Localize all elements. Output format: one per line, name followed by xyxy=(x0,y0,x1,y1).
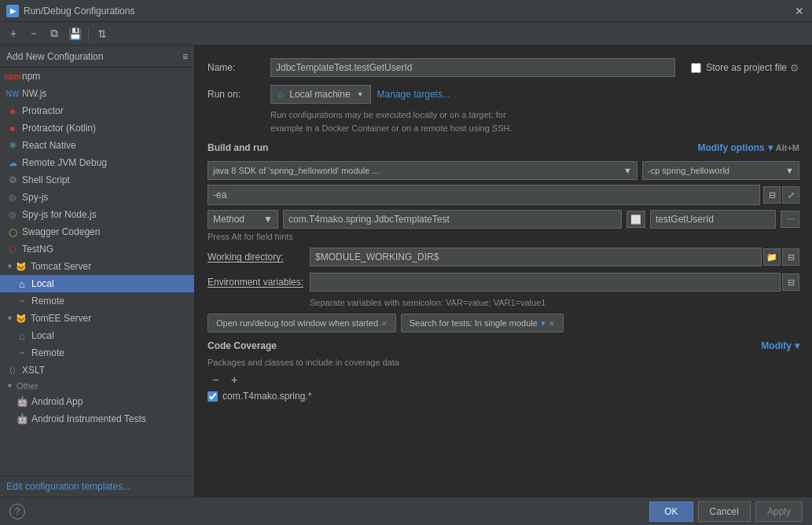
coverage-modify-caret: ▾ xyxy=(795,340,799,351)
coverage-minus-btn[interactable]: − xyxy=(208,372,223,387)
sidebar-item-npm[interactable]: npm npm xyxy=(0,68,194,85)
cp-dropdown[interactable]: -cp spring_helloworld ▼ xyxy=(642,161,799,180)
edit-templates-link[interactable]: Edit configuration templates... xyxy=(0,475,194,497)
react-icon: ⚛ xyxy=(6,139,19,152)
store-checkbox[interactable] xyxy=(691,63,701,73)
sidebar-list: npm npm NW NW.js ● Protractor ● Protract… xyxy=(0,68,194,475)
run-on-info: Run configurations may be executed local… xyxy=(208,108,799,134)
sidebar-item-android-app[interactable]: 🤖 Android App xyxy=(0,393,194,410)
sdk-row: java 8 SDK of 'spring_helloworld' module… xyxy=(208,161,799,180)
sidebar-item-tomcat[interactable]: ▼ 🐱 Tomcat Server xyxy=(0,258,194,275)
env-vars-expand[interactable]: ⊟ xyxy=(782,274,799,291)
xslt-icon: ⟨⟩ xyxy=(6,364,19,376)
tags-row: Open run/debug tool window when started … xyxy=(208,314,799,332)
coverage-plus-btn[interactable]: + xyxy=(226,372,242,387)
copy-config-button[interactable]: ⧉ xyxy=(45,24,64,43)
sidebar-item-protractor[interactable]: ● Protractor xyxy=(0,102,194,119)
sidebar-item-tomee-local[interactable]: ⌂ Local xyxy=(0,327,194,344)
sidebar-item-react-native[interactable]: ⚛ React Native xyxy=(0,137,194,154)
nwjs-icon: NW xyxy=(6,87,19,100)
tomee-local-icon: ⌂ xyxy=(16,329,28,342)
save-config-button[interactable]: 💾 xyxy=(65,24,84,43)
modify-caret: ▾ xyxy=(768,142,773,153)
sidebar-item-nwjs[interactable]: NW NW.js xyxy=(0,85,194,102)
sidebar-title: Add New Configuration xyxy=(6,51,103,62)
apply-button[interactable]: Apply xyxy=(755,501,803,522)
sidebar-item-tomcat-local[interactable]: ⌂ Local xyxy=(0,275,194,292)
sidebar-item-label: Remote xyxy=(31,347,64,358)
collapse-icon[interactable]: ≡ xyxy=(182,51,188,62)
run-on-dropdown[interactable]: ⌂ Local machine ▼ xyxy=(270,85,371,104)
sdk-dropdown[interactable]: java 8 SDK of 'spring_helloworld' module… xyxy=(208,161,637,180)
remove-config-button[interactable]: － xyxy=(24,24,43,43)
sidebar-item-protractor-kotlin[interactable]: ● Protractor (Kotlin) xyxy=(0,119,194,137)
tag2-close[interactable]: × xyxy=(549,318,555,329)
coverage-desc: Packages and classes to include in cover… xyxy=(208,358,799,367)
tag-search-tests[interactable]: Search for tests: In single module ▾ × xyxy=(401,314,564,332)
bottom-bar: ? OK Cancel Apply xyxy=(0,497,812,525)
sidebar-item-tomee[interactable]: ▼ 🐱 TomEE Server xyxy=(0,310,194,327)
tag1-close[interactable]: × xyxy=(381,318,388,329)
method-caret: ▼ xyxy=(263,214,273,225)
sidebar-item-swagger[interactable]: ◯ Swagger Codegen xyxy=(0,223,194,240)
modify-shortcut: Alt+M xyxy=(776,143,799,152)
tag-run-debug[interactable]: Open run/debug tool window when started … xyxy=(208,314,396,332)
cancel-button[interactable]: Cancel xyxy=(698,501,751,522)
other-section-header: ▼ Other xyxy=(0,379,194,393)
spy-js-node-icon: ◎ xyxy=(6,208,19,221)
sidebar-item-label: Spy-js xyxy=(22,192,48,203)
bottom-right: OK Cancel Apply xyxy=(649,501,803,522)
sidebar-item-android-instrumented[interactable]: 🤖 Android Instrumented Tests xyxy=(0,410,194,428)
ea-expand-button[interactable]: ⊟ xyxy=(763,186,781,204)
coverage-modify-button[interactable]: Modify ▾ xyxy=(761,340,799,351)
house-icon: ⌂ xyxy=(277,89,283,100)
coverage-item-label[interactable]: com.T4mako.spring.* xyxy=(222,391,311,402)
sidebar-item-label: Android App xyxy=(31,396,83,407)
ok-button[interactable]: OK xyxy=(649,501,693,522)
manage-targets-link[interactable]: Manage targets... xyxy=(377,89,450,100)
swagger-icon: ◯ xyxy=(6,226,19,238)
coverage-item: com.T4mako.spring.* xyxy=(208,391,799,402)
remote-jvm-icon: ☁ xyxy=(6,156,19,169)
app-icon: ▶ xyxy=(6,5,19,17)
ea-input[interactable] xyxy=(208,185,760,205)
working-dir-expand[interactable]: ⊟ xyxy=(782,248,799,266)
protractor-icon: ● xyxy=(6,105,19,117)
modify-options-button[interactable]: Modify options ▾ Alt+M xyxy=(697,142,799,153)
sidebar-item-testng[interactable]: ⬡ TestNG xyxy=(0,240,194,258)
env-vars-actions: ⊟ xyxy=(782,274,799,291)
method-more-btn[interactable]: ⋯ xyxy=(781,211,799,228)
name-input[interactable] xyxy=(270,58,675,77)
env-vars-input[interactable] xyxy=(310,273,781,292)
ea-fullscreen-button[interactable]: ⤢ xyxy=(782,186,799,204)
sidebar-item-tomcat-remote[interactable]: ~ Remote xyxy=(0,292,194,310)
run-on-label: Run on: xyxy=(208,89,270,100)
sidebar-item-label: Protractor (Kotlin) xyxy=(22,123,96,134)
tag2-dropdown[interactable]: ▾ xyxy=(541,318,546,329)
other-label: Other xyxy=(17,381,39,391)
help-button[interactable]: ? xyxy=(9,504,25,519)
sidebar-item-spy-js-node[interactable]: ◎ Spy-js for Node.js xyxy=(0,206,194,223)
sidebar-item-label: Shell Script xyxy=(22,174,70,185)
sidebar-item-remote-jvm[interactable]: ☁ Remote JVM Debug xyxy=(0,154,194,171)
method-class-input[interactable] xyxy=(283,210,622,229)
sidebar-item-spy-js[interactable]: ◎ Spy-js xyxy=(0,189,194,206)
method-name-input[interactable] xyxy=(650,210,776,229)
method-dropdown[interactable]: Method ▼ xyxy=(208,210,278,229)
protractor-kotlin-icon: ● xyxy=(6,122,19,134)
sidebar-item-xslt[interactable]: ⟨⟩ XSLT xyxy=(0,362,194,379)
working-dir-input[interactable] xyxy=(310,248,762,266)
method-class-btn[interactable]: ⬜ xyxy=(626,211,645,228)
sort-config-button[interactable]: ⇅ xyxy=(93,24,112,43)
working-dir-browse[interactable]: 📁 xyxy=(763,248,781,266)
close-button[interactable]: ✕ xyxy=(793,5,806,17)
store-settings-icon[interactable]: ⚙ xyxy=(790,62,799,74)
sidebar-item-label: Remote JVM Debug xyxy=(22,157,107,168)
store-label[interactable]: Store as project file xyxy=(706,62,787,73)
add-config-button[interactable]: ＋ xyxy=(4,24,23,43)
sidebar-item-shell-script[interactable]: ⚙ Shell Script xyxy=(0,171,194,189)
sidebar-item-tomee-remote[interactable]: ~ Remote xyxy=(0,344,194,362)
sidebar-item-label: NW.js xyxy=(22,88,46,99)
run-on-row: Run on: ⌂ Local machine ▼ Manage targets… xyxy=(208,85,799,104)
coverage-checkbox[interactable] xyxy=(208,391,218,402)
